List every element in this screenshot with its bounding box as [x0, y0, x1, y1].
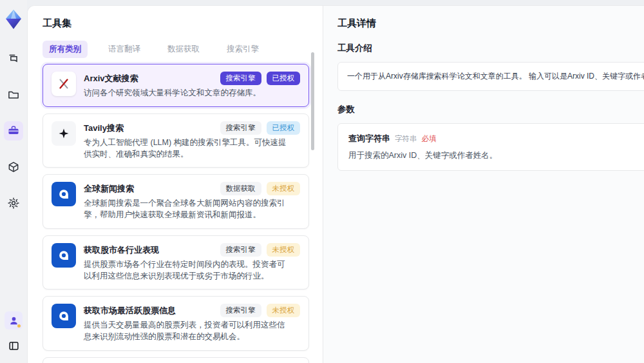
intro-text: 一个用于从Arxiv存储库搜索科学论文和文章的工具。 输入可以是Arxiv ID…	[337, 62, 644, 91]
tool-list: Arxiv文献搜索 搜索引擎 已授权 访问各个研究领域大量科学论文和文章的存储库…	[43, 64, 309, 363]
list-scrollbar	[311, 52, 314, 363]
notification-dot	[17, 324, 21, 328]
param-type: 字符串	[395, 134, 417, 144]
chat-icon[interactable]	[4, 49, 23, 68]
tool-status-badge: 未授权	[267, 304, 301, 317]
arxiv-icon	[52, 72, 76, 96]
tool-card[interactable]: 全球新闻搜索 数据获取 未授权 全球新闻搜索是一个聚合全球各大新闻网站内容的搜索…	[43, 174, 309, 229]
param-name: 查询字符串	[348, 133, 390, 144]
tool-card[interactable]: 万维地区新闻查询 搜索引擎 未授权 查询具体行政区划内的新闻，快速了解各地新闻动	[43, 357, 309, 363]
tab-所有类别[interactable]: 所有类别	[43, 41, 88, 58]
user-icon[interactable]	[5, 311, 23, 329]
tab-数据获取[interactable]: 数据获取	[161, 41, 206, 58]
content-shell: 工具集 所有类别语言翻译数据获取搜索引擎 Arxiv文献搜索 搜索引擎 已授权 …	[27, 5, 644, 363]
left-rail	[0, 0, 27, 363]
tool-category-tag: 搜索引擎	[220, 72, 261, 85]
news-q-icon	[52, 182, 76, 206]
tool-name: 全球新闻搜索	[84, 182, 215, 195]
details-title: 工具详情	[337, 17, 644, 30]
tool-list-panel: 工具集 所有类别语言翻译数据获取搜索引擎 Arxiv文献搜索 搜索引擎 已授权 …	[28, 6, 323, 363]
tool-name: Arxiv文献搜索	[84, 72, 215, 84]
tool-name: 获取市场最活跃股票信息	[84, 304, 215, 317]
tool-category-tag: 搜索引擎	[220, 243, 261, 257]
app-logo-icon	[3, 8, 24, 31]
cube-icon[interactable]	[4, 157, 23, 177]
tool-name: 获取股市各行业表现	[84, 243, 215, 256]
intro-heading: 工具介绍	[337, 43, 644, 54]
toolbox-icon[interactable]	[4, 121, 23, 141]
tool-status-badge: 未授权	[267, 243, 301, 257]
category-tabs: 所有类别语言翻译数据获取搜索引擎	[43, 41, 308, 58]
param-required-badge: 必填	[422, 134, 437, 144]
tool-desc: 提供股票市场各个行业在特定时间段内的表现。投资者可以利用这些信息来识别表现优于或…	[84, 259, 290, 282]
panel-icon[interactable]	[4, 336, 23, 355]
tool-desc: 专为人工智能代理 (LLM) 构建的搜索引擎工具。可快速提供实时、准确和真实的结…	[84, 137, 290, 161]
tab-语言翻译[interactable]: 语言翻译	[102, 41, 147, 58]
tool-desc: 访问各个研究领域大量科学论文和文章的存储库。	[84, 88, 290, 99]
tab-搜索引擎[interactable]: 搜索引擎	[220, 41, 265, 58]
tool-desc: 提供当天交易量最高的股票列表，投资者可以利用这些信息来识别流动性强的股票和潜在的…	[84, 320, 290, 343]
tavily-icon	[52, 121, 76, 146]
param-card: 查询字符串 字符串 必填 用于搜索的Arxiv ID、关键字或作者姓名。	[337, 123, 644, 171]
tool-card[interactable]: Arxiv文献搜索 搜索引擎 已授权 访问各个研究领域大量科学论文和文章的存储库…	[43, 64, 309, 107]
tool-status-badge: 已授权	[267, 72, 301, 85]
tool-card[interactable]: Tavily搜索 搜索引擎 已授权 专为人工智能代理 (LLM) 构建的搜索引擎…	[43, 113, 309, 168]
params-heading: 参数	[337, 104, 644, 115]
page-title: 工具集	[43, 17, 308, 30]
scrollbar-thumb[interactable]	[311, 52, 314, 150]
folder-icon[interactable]	[4, 85, 23, 104]
tool-status-badge: 已授权	[267, 121, 301, 135]
param-desc: 用于搜索的Arxiv ID、关键字或作者姓名。	[348, 150, 644, 161]
news-q-icon	[52, 304, 76, 328]
tool-status-badge: 未授权	[267, 182, 301, 195]
tool-category-tag: 搜索引擎	[220, 121, 261, 135]
settings-icon[interactable]	[4, 193, 23, 213]
tool-category-tag: 搜索引擎	[220, 304, 261, 317]
tool-card[interactable]: 获取股市各行业表现 搜索引擎 未授权 提供股票市场各个行业在特定时间段内的表现。…	[43, 235, 309, 290]
tool-desc: 全球新闻搜索是一个聚合全球各大新闻网站内容的搜索引擎，帮助用户快速获取全球最新资…	[84, 198, 290, 221]
tool-category-tag: 数据获取	[220, 182, 261, 195]
tool-card[interactable]: 获取市场最活跃股票信息 搜索引擎 未授权 提供当天交易量最高的股票列表，投资者可…	[43, 296, 309, 351]
tool-details-panel: 工具详情 工具介绍 一个用于从Arxiv存储库搜索科学论文和文章的工具。 输入可…	[323, 6, 644, 363]
tool-name: Tavily搜索	[84, 121, 215, 134]
news-q-icon	[52, 243, 76, 268]
